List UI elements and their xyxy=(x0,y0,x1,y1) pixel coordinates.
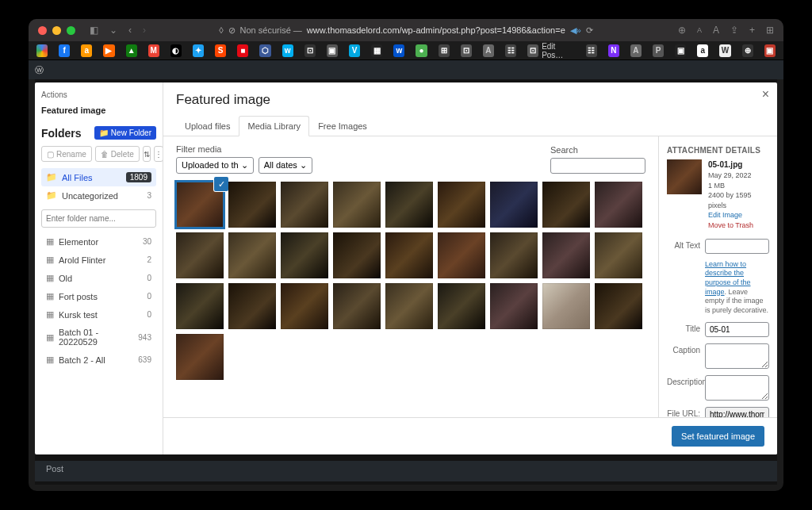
bookmark-icon[interactable]: W xyxy=(719,44,730,57)
tabs-icon[interactable]: ⊞ xyxy=(766,25,774,36)
sort-icon[interactable]: ⇅ xyxy=(143,146,151,162)
folder-item[interactable]: ▦Old0 xyxy=(41,269,156,287)
reload-icon[interactable]: ⟳ xyxy=(586,25,593,36)
bookmark-icon[interactable]: ● xyxy=(416,44,427,57)
folder-item-all-files[interactable]: 📁All Files1809 xyxy=(41,168,156,186)
bookmark-icon[interactable]: ▶ xyxy=(103,44,114,57)
more-icon[interactable]: ⋮ xyxy=(154,146,163,162)
bookmark-icon[interactable]: V xyxy=(349,44,360,57)
tab-upload-files[interactable]: Upload files xyxy=(176,116,239,136)
media-thumbnail[interactable] xyxy=(490,232,538,278)
media-thumbnail[interactable] xyxy=(176,182,224,228)
bookmark-icon[interactable]: ⬡ xyxy=(259,44,270,57)
bookmark-icon[interactable]: M xyxy=(148,44,159,57)
media-thumbnail[interactable] xyxy=(228,182,276,228)
bookmark-icon[interactable]: a xyxy=(81,44,92,57)
bookmark-icon[interactable]: A xyxy=(483,44,494,57)
media-thumbnail[interactable] xyxy=(542,182,590,228)
search-input[interactable] xyxy=(550,158,645,174)
delete-folder-button[interactable]: 🗑Delete xyxy=(95,146,140,162)
bookmark-icon[interactable]: ▣ xyxy=(327,44,338,57)
folder-item[interactable]: ▦Kursk test0 xyxy=(41,305,156,324)
bookmark-icon[interactable]: ☷ xyxy=(505,44,516,57)
folder-item-uncategorized[interactable]: 📁Uncategorized3 xyxy=(41,186,156,205)
media-thumbnail[interactable] xyxy=(595,232,642,278)
set-featured-image-button[interactable]: Set featured image xyxy=(672,426,764,447)
media-thumbnail[interactable] xyxy=(333,232,381,278)
share-icon[interactable]: ⇪ xyxy=(730,25,738,36)
wp-logo-icon[interactable]: ⓦ xyxy=(35,64,44,76)
media-thumbnail[interactable] xyxy=(176,283,224,329)
rename-folder-button[interactable]: ▢Rename xyxy=(41,146,92,162)
sidebar-icon[interactable]: ◧ xyxy=(90,25,98,36)
filter-uploaded-select[interactable]: Uploaded to th ⌄ xyxy=(176,157,254,174)
folder-name-input[interactable] xyxy=(41,209,156,228)
move-to-trash-link[interactable]: Move to Trash xyxy=(708,221,753,229)
caption-input[interactable] xyxy=(705,343,769,369)
bookmark-icon[interactable]: ☷ xyxy=(586,44,597,57)
bookmark-icon[interactable]: w xyxy=(282,44,293,57)
maximize-window-button[interactable] xyxy=(67,26,75,35)
bookmark-icon[interactable]: ⊡ xyxy=(461,44,472,57)
bookmark-icon[interactable]: N xyxy=(608,44,619,57)
new-folder-button[interactable]: 📁New Folder xyxy=(94,126,156,140)
tab-free-images[interactable]: Free Images xyxy=(309,116,376,136)
bookmark-icon[interactable]: ✦ xyxy=(193,44,204,57)
media-thumbnail[interactable] xyxy=(438,182,485,228)
close-modal-button[interactable]: × xyxy=(762,87,769,102)
bookmark-pinned[interactable]: ⊡Edit Pos… xyxy=(527,42,574,59)
bookmark-icon[interactable]: ▣ xyxy=(675,44,686,57)
media-thumbnail[interactable] xyxy=(542,232,590,278)
folder-item[interactable]: ▦Arold Flinter2 xyxy=(41,251,156,269)
bookmark-icon[interactable]: ■ xyxy=(237,44,248,57)
media-thumbnail[interactable] xyxy=(385,182,433,228)
text-size-small-icon[interactable]: A xyxy=(697,26,702,34)
bookmark-icon[interactable]: S xyxy=(215,44,226,57)
reader-icon[interactable]: ◀» xyxy=(570,25,581,36)
back-icon[interactable]: ‹ xyxy=(128,25,132,36)
minimize-window-button[interactable] xyxy=(52,26,61,35)
media-thumbnail[interactable] xyxy=(228,232,276,278)
media-thumbnail[interactable] xyxy=(281,283,328,329)
edit-image-link[interactable]: Edit Image xyxy=(708,211,742,219)
media-thumbnail[interactable] xyxy=(176,334,224,380)
media-thumbnail[interactable] xyxy=(333,283,381,329)
media-thumbnail[interactable] xyxy=(176,232,224,278)
media-thumbnail[interactable] xyxy=(595,182,642,228)
bookmark-icon[interactable]: w xyxy=(393,44,404,57)
dropdown-icon[interactable]: ⌄ xyxy=(109,25,117,36)
bookmark-icon[interactable]: P xyxy=(653,44,664,57)
media-thumbnail[interactable] xyxy=(281,232,328,278)
bookmark-icon[interactable]: A xyxy=(630,44,642,57)
media-thumbnail[interactable] xyxy=(542,283,590,329)
folder-item[interactable]: ▦Batch 2 - All639 xyxy=(41,351,156,369)
folder-item[interactable]: ▦Elementor30 xyxy=(41,232,156,251)
download-icon[interactable]: ⊕ xyxy=(678,25,686,36)
bookmark-icon[interactable]: ⊡ xyxy=(304,44,316,57)
fileurl-input[interactable] xyxy=(705,407,769,417)
text-size-large-icon[interactable]: A xyxy=(713,25,719,36)
media-thumbnail[interactable] xyxy=(385,283,433,329)
media-thumbnail[interactable] xyxy=(595,283,642,329)
bookmark-icon[interactable] xyxy=(36,44,48,57)
close-window-button[interactable] xyxy=(38,26,47,35)
description-input[interactable] xyxy=(705,375,769,401)
media-thumbnail[interactable] xyxy=(228,283,276,329)
media-thumbnail[interactable] xyxy=(490,182,538,228)
folder-item[interactable]: ▦Fort posts0 xyxy=(41,287,156,305)
media-thumbnail[interactable] xyxy=(333,182,381,228)
bookmark-icon[interactable]: ⊞ xyxy=(439,44,450,57)
media-thumbnail[interactable] xyxy=(490,283,538,329)
address-bar[interactable]: ◊ ⊘ Non sécurisé — www.thomasdelord.com/… xyxy=(219,25,593,36)
media-thumbnail[interactable] xyxy=(385,232,433,278)
new-tab-icon[interactable]: + xyxy=(749,25,755,36)
bookmark-icon[interactable]: f xyxy=(59,44,70,57)
media-thumbnail[interactable] xyxy=(438,283,485,329)
bookmark-icon[interactable]: ▦ xyxy=(371,44,382,57)
tab-media-library[interactable]: Media Library xyxy=(239,116,309,136)
bookmark-icon[interactable]: ⊕ xyxy=(742,44,753,57)
media-thumbnail[interactable] xyxy=(438,232,485,278)
bookmark-icon[interactable]: ▣ xyxy=(764,44,776,57)
forward-icon[interactable]: › xyxy=(143,25,146,36)
bookmark-icon[interactable]: ▲ xyxy=(126,44,137,57)
